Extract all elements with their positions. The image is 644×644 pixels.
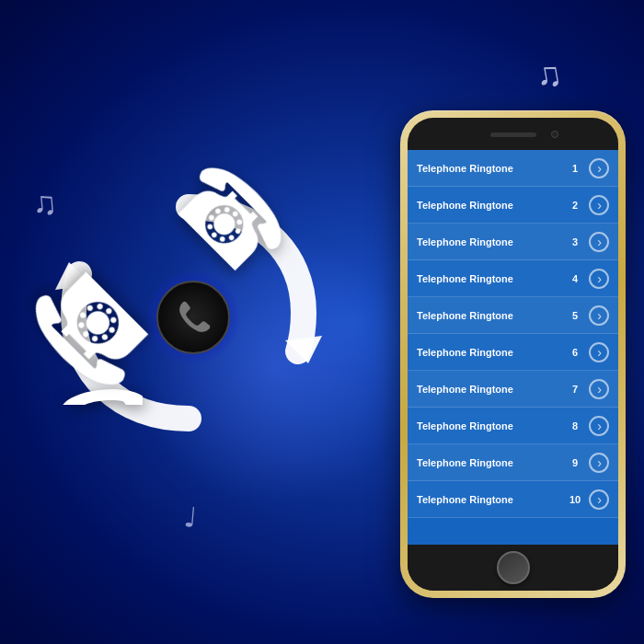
list-item[interactable]: Telephone Ringtone7 xyxy=(408,371,618,408)
chevron-right-icon[interactable] xyxy=(589,158,609,178)
ringtone-label: Telephone Ringtone xyxy=(417,310,565,321)
app-background: ♫ ♫ ♩ ☎ ☎ Telephone Ring xyxy=(0,0,644,644)
chevron-right-icon[interactable] xyxy=(589,489,609,510)
list-item[interactable]: Telephone Ringtone9 xyxy=(408,444,618,481)
music-note-icon-top-right: ♫ xyxy=(532,53,565,97)
ringtone-label: Telephone Ringtone xyxy=(417,273,565,284)
list-item[interactable]: Telephone Ringtone5 xyxy=(408,297,618,334)
ringtone-number: 7 xyxy=(565,384,585,395)
app-screen: Telephone Ringtone1Telephone Ringtone2Te… xyxy=(408,150,618,545)
ringtone-label: Telephone Ringtone xyxy=(417,494,565,505)
ringtone-label: Telephone Ringtone xyxy=(417,163,565,174)
ringtone-number: 3 xyxy=(565,236,585,247)
smartphone: Telephone Ringtone1Telephone Ringtone2Te… xyxy=(400,110,626,598)
list-item[interactable]: Telephone Ringtone6 xyxy=(408,334,618,371)
ringtone-list: Telephone Ringtone1Telephone Ringtone2Te… xyxy=(408,150,618,518)
ringtone-number: 1 xyxy=(565,163,585,174)
camera-icon xyxy=(551,131,558,138)
ringtone-number: 9 xyxy=(565,457,585,468)
ringtone-label: Telephone Ringtone xyxy=(417,200,565,211)
ringtone-label: Telephone Ringtone xyxy=(417,420,565,431)
home-button-area xyxy=(408,545,618,591)
ringtone-label: Telephone Ringtone xyxy=(417,236,565,247)
ringtone-number: 10 xyxy=(565,494,585,505)
ringtone-number: 6 xyxy=(565,347,585,358)
smartphone-inner: Telephone Ringtone1Telephone Ringtone2Te… xyxy=(408,118,618,591)
chevron-right-icon[interactable] xyxy=(589,195,609,215)
ringtone-label: Telephone Ringtone xyxy=(417,347,565,358)
list-item[interactable]: Telephone Ringtone3 xyxy=(408,224,618,260)
chevron-right-icon[interactable] xyxy=(589,342,609,362)
chevron-right-icon[interactable] xyxy=(589,305,609,326)
list-item[interactable]: Telephone Ringtone1 xyxy=(408,150,618,187)
list-item[interactable]: Telephone Ringtone4 xyxy=(408,260,618,297)
chevron-right-icon[interactable] xyxy=(589,269,609,289)
list-item[interactable]: Telephone Ringtone8 xyxy=(408,408,618,444)
chevron-right-icon[interactable] xyxy=(589,453,609,473)
list-item[interactable]: Telephone Ringtone10 xyxy=(408,481,618,518)
ringtone-number: 4 xyxy=(565,273,585,284)
speaker xyxy=(490,132,536,137)
chevron-right-icon[interactable] xyxy=(589,416,609,436)
music-note-icon-bottom-left: ♩ xyxy=(183,500,199,534)
home-button[interactable] xyxy=(497,551,530,584)
list-item[interactable]: Telephone Ringtone2 xyxy=(408,187,618,224)
ringtone-label: Telephone Ringtone xyxy=(417,384,565,395)
chevron-right-icon[interactable] xyxy=(589,379,609,399)
chevron-right-icon[interactable] xyxy=(589,232,609,252)
ringtone-number: 5 xyxy=(565,310,585,321)
ringtone-label: Telephone Ringtone xyxy=(417,457,565,468)
ringtone-number: 2 xyxy=(565,200,585,211)
ringtone-number: 8 xyxy=(565,420,585,431)
